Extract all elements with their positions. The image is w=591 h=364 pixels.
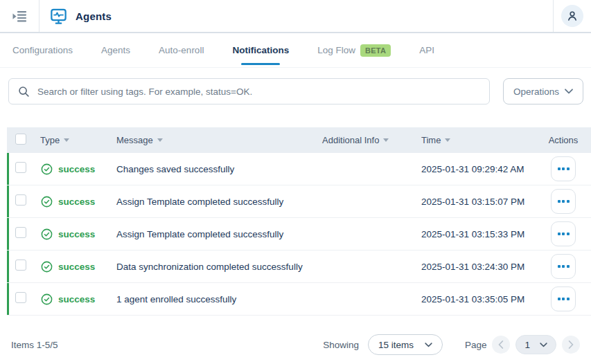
tab-api[interactable]: API bbox=[418, 33, 436, 67]
toolbar: Operations bbox=[0, 68, 591, 104]
tab-bar: Configurations Agents Auto-enroll Notifi… bbox=[0, 33, 591, 68]
topbar-divider-right bbox=[553, 0, 554, 32]
table-row: success Changes saved successfully 2025-… bbox=[7, 153, 591, 185]
success-icon bbox=[40, 195, 53, 208]
type-cell: success bbox=[40, 163, 116, 176]
time-cell: 2025-01-31 03:15:33 PM bbox=[421, 229, 536, 239]
row-checkbox[interactable] bbox=[15, 260, 26, 271]
sort-icon bbox=[383, 138, 389, 142]
type-cell: success bbox=[40, 260, 116, 273]
chevron-right-icon bbox=[568, 340, 574, 349]
column-header-actions: Actions bbox=[536, 135, 591, 145]
sort-icon bbox=[157, 138, 163, 142]
column-header-type[interactable]: Type bbox=[40, 135, 116, 145]
time-cell: 2025-01-31 09:29:42 AM bbox=[421, 164, 536, 174]
tab-notifications[interactable]: Notifications bbox=[231, 33, 290, 67]
search-input[interactable] bbox=[36, 86, 481, 98]
page-size-select[interactable]: 15 items bbox=[368, 334, 443, 355]
sort-icon bbox=[445, 138, 450, 142]
sort-icon bbox=[64, 138, 69, 142]
type-cell: success bbox=[40, 195, 116, 208]
search-box bbox=[8, 78, 490, 104]
user-icon bbox=[565, 9, 579, 23]
search-icon bbox=[17, 85, 30, 98]
chevron-down-icon bbox=[425, 343, 432, 347]
column-header-message[interactable]: Message bbox=[116, 135, 322, 145]
message-cell: Data synchronization completed successfu… bbox=[116, 262, 322, 272]
table-row: success Assign Template completed succes… bbox=[7, 185, 591, 218]
row-actions-menu-button[interactable] bbox=[551, 189, 576, 214]
previous-page-button[interactable] bbox=[492, 336, 510, 354]
type-cell: success bbox=[40, 228, 116, 241]
row-checkbox[interactable] bbox=[15, 227, 26, 238]
sidebar-collapse-button[interactable] bbox=[0, 0, 39, 32]
tab-log-flow[interactable]: Log Flow BETA bbox=[316, 33, 392, 67]
beta-badge: BETA bbox=[360, 44, 391, 57]
time-cell: 2025-01-31 03:15:07 PM bbox=[421, 197, 536, 207]
top-bar: Agents bbox=[0, 0, 591, 33]
select-all-checkbox[interactable] bbox=[15, 134, 26, 145]
page-number-select[interactable]: 1 bbox=[515, 335, 556, 354]
success-icon bbox=[40, 163, 53, 176]
message-cell: 1 agent enrolled successfully bbox=[116, 294, 322, 304]
message-cell: Assign Template completed successfully bbox=[116, 229, 322, 239]
message-cell: Changes saved successfully bbox=[116, 164, 322, 174]
column-header-additional-info[interactable]: Additional Info bbox=[322, 135, 421, 145]
tab-agents[interactable]: Agents bbox=[100, 33, 132, 67]
next-page-button[interactable] bbox=[562, 336, 580, 354]
chevron-left-icon bbox=[498, 340, 504, 349]
type-cell: success bbox=[40, 293, 116, 306]
showing-label: Showing bbox=[323, 340, 359, 350]
row-actions-menu-button[interactable] bbox=[551, 286, 576, 311]
row-actions-menu-button[interactable] bbox=[551, 156, 576, 181]
table-row: success 1 agent enrolled successfully 20… bbox=[7, 283, 591, 316]
column-header-time[interactable]: Time bbox=[421, 135, 536, 145]
row-checkbox[interactable] bbox=[15, 194, 26, 206]
table-header-row: Type Message Additional Info Time Action… bbox=[7, 127, 591, 153]
success-icon bbox=[40, 260, 53, 273]
table-row: success Assign Template completed succes… bbox=[7, 218, 591, 251]
row-checkbox[interactable] bbox=[15, 292, 26, 303]
table-row: success Data synchronization completed s… bbox=[7, 251, 591, 283]
message-cell: Assign Template completed successfully bbox=[116, 197, 322, 207]
row-actions-menu-button[interactable] bbox=[551, 254, 576, 279]
time-cell: 2025-01-31 03:24:30 PM bbox=[421, 262, 536, 272]
tab-configurations[interactable]: Configurations bbox=[11, 33, 74, 67]
items-count-label: Items 1-5/5 bbox=[11, 340, 58, 350]
chevron-down-icon bbox=[540, 343, 547, 347]
notifications-table: Type Message Additional Info Time Action… bbox=[7, 127, 591, 316]
success-icon bbox=[40, 228, 53, 241]
row-actions-menu-button[interactable] bbox=[551, 221, 576, 246]
user-menu-button[interactable] bbox=[561, 5, 583, 27]
topbar-divider bbox=[39, 0, 39, 32]
time-cell: 2025-01-31 03:35:05 PM bbox=[421, 294, 536, 304]
pagination-footer: Items 1-5/5 Showing 15 items Page 1 bbox=[0, 331, 591, 358]
menu-unfold-icon bbox=[11, 8, 28, 24]
tab-auto-enroll[interactable]: Auto-enroll bbox=[157, 33, 205, 67]
chevron-down-icon bbox=[565, 89, 573, 94]
row-checkbox[interactable] bbox=[15, 162, 26, 173]
page-label: Page bbox=[465, 340, 487, 350]
operations-button[interactable]: Operations bbox=[503, 78, 583, 104]
agents-monitor-icon bbox=[49, 7, 68, 26]
success-icon bbox=[40, 293, 53, 306]
page-title: Agents bbox=[76, 10, 112, 22]
